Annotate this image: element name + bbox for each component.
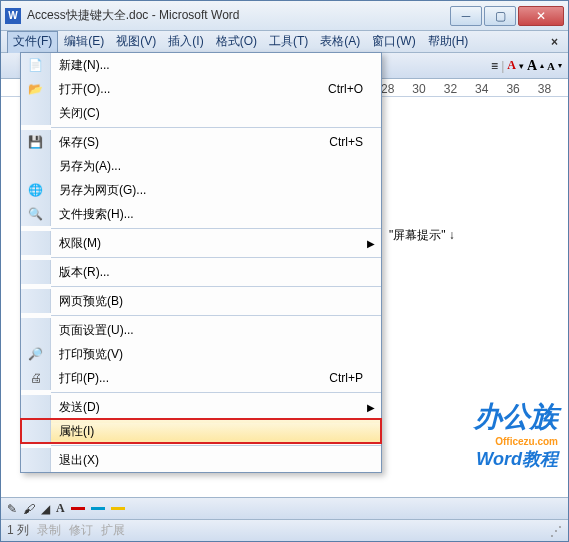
menu-icon-placeholder <box>21 419 51 443</box>
menu-item-label: 网页预览(B) <box>51 293 381 310</box>
grow-font-button[interactable]: A <box>527 58 537 74</box>
save-icon <box>21 130 51 154</box>
menu-icon-placeholder <box>21 448 51 472</box>
shrink-font-button[interactable]: A <box>547 60 555 72</box>
watermark-line3: Word教程 <box>474 447 558 471</box>
menu-item-label: 关闭(C) <box>51 105 381 122</box>
menu-separator <box>51 257 381 258</box>
watermark-line2: Officezu.com <box>474 436 558 447</box>
menu-file[interactable]: 文件(F) <box>7 31 58 53</box>
drawing-toolbar: ✎ 🖌 ◢ A <box>1 497 568 519</box>
preview-icon <box>21 342 51 366</box>
ruler-tick: 38 <box>538 82 551 96</box>
menu-insert[interactable]: 插入(I) <box>162 31 209 52</box>
menu-item[interactable]: 页面设置(U)... <box>21 318 381 342</box>
menu-tools[interactable]: 工具(T) <box>263 31 314 52</box>
color-swatch[interactable] <box>111 507 125 510</box>
menu-item-label: 保存(S) <box>51 134 329 151</box>
menu-icon-placeholder <box>21 154 51 178</box>
menu-item[interactable]: 关闭(C) <box>21 101 381 125</box>
close-button[interactable]: ✕ <box>518 6 564 26</box>
menu-item[interactable]: 退出(X) <box>21 448 381 472</box>
menu-item[interactable]: 权限(M)▶ <box>21 231 381 255</box>
status-revision: 修订 <box>69 522 93 539</box>
menu-item-label: 权限(M) <box>51 235 381 252</box>
window-controls: ─ ▢ ✕ <box>450 6 564 26</box>
color-swatch[interactable] <box>91 507 105 510</box>
pencil-icon[interactable]: ✎ <box>7 502 17 516</box>
menu-item[interactable]: 网页预览(B) <box>21 289 381 313</box>
title-bar: W Access快捷键大全.doc - Microsoft Word ─ ▢ ✕ <box>1 1 568 31</box>
app-window: W Access快捷键大全.doc - Microsoft Word ─ ▢ ✕… <box>0 0 569 542</box>
menu-item[interactable]: 另存为网页(G)... <box>21 178 381 202</box>
paragraph-icon[interactable]: ≡ <box>491 59 498 73</box>
document-text: "屏幕提示" ↓ <box>389 228 455 242</box>
menu-item-label: 页面设置(U)... <box>51 322 381 339</box>
menu-item[interactable]: 另存为(A)... <box>21 154 381 178</box>
subscript-icon: ▾ <box>558 61 562 70</box>
ruler-tick: 36 <box>506 82 519 96</box>
watermark-line1: 办公族 <box>474 398 558 436</box>
status-bar: 1 列 录制 修订 扩展 ⋰ <box>1 519 568 541</box>
menu-icon-placeholder <box>21 260 51 284</box>
menu-item-label: 发送(D) <box>51 399 381 416</box>
menu-item[interactable]: 打印预览(V) <box>21 342 381 366</box>
menu-item-shortcut: Ctrl+S <box>329 135 381 149</box>
menu-item[interactable]: 新建(N)... <box>21 53 381 77</box>
menu-item-shortcut: Ctrl+O <box>328 82 381 96</box>
menu-item-label: 打印(P)... <box>51 370 329 387</box>
menu-item-label: 打印预览(V) <box>51 346 381 363</box>
open-icon <box>21 77 51 101</box>
ruler-tick: 30 <box>412 82 425 96</box>
menu-separator <box>51 392 381 393</box>
menu-item[interactable]: 文件搜索(H)... <box>21 202 381 226</box>
menu-item-label: 退出(X) <box>51 452 381 469</box>
menu-item-label: 文件搜索(H)... <box>51 206 381 223</box>
menu-item-label: 新建(N)... <box>51 57 381 74</box>
menu-separator <box>51 445 381 446</box>
doc-close-button[interactable]: × <box>547 35 562 49</box>
menu-view[interactable]: 视图(V) <box>110 31 162 52</box>
menu-icon-placeholder <box>21 395 51 419</box>
font-color-button[interactable]: A <box>507 58 516 73</box>
separator-icon: | <box>501 59 504 73</box>
menu-item[interactable]: 属性(I) <box>21 419 381 443</box>
color-swatch[interactable] <box>71 507 85 510</box>
savew-icon <box>21 178 51 202</box>
new-icon <box>21 53 51 77</box>
menu-format[interactable]: 格式(O) <box>210 31 263 52</box>
superscript-icon: ▴ <box>540 61 544 70</box>
minimize-button[interactable]: ─ <box>450 6 482 26</box>
menu-item-label: 另存为网页(G)... <box>51 182 381 199</box>
menu-item-label: 属性(I) <box>51 423 381 440</box>
menu-item[interactable]: 打开(O)...Ctrl+O <box>21 77 381 101</box>
resize-grip-icon[interactable]: ⋰ <box>550 524 562 538</box>
menu-item[interactable]: 发送(D)▶ <box>21 395 381 419</box>
menu-icon-placeholder <box>21 231 51 255</box>
menu-item-shortcut: Ctrl+P <box>329 371 381 385</box>
menu-window[interactable]: 窗口(W) <box>366 31 421 52</box>
print-icon <box>21 366 51 390</box>
search-icon <box>21 202 51 226</box>
menu-help[interactable]: 帮助(H) <box>422 31 475 52</box>
menu-icon-placeholder <box>21 101 51 125</box>
menu-icon-placeholder <box>21 289 51 313</box>
dropdown-icon[interactable]: ▾ <box>519 61 524 71</box>
menu-item[interactable]: 版本(R)... <box>21 260 381 284</box>
submenu-arrow-icon: ▶ <box>367 402 375 413</box>
status-record: 录制 <box>37 522 61 539</box>
bucket-icon[interactable]: ◢ <box>41 502 50 516</box>
menu-edit[interactable]: 编辑(E) <box>58 31 110 52</box>
brush-icon[interactable]: 🖌 <box>23 502 35 516</box>
ruler-tick: 32 <box>444 82 457 96</box>
menu-item[interactable]: 打印(P)...Ctrl+P <box>21 366 381 390</box>
menu-bar: 文件(F) 编辑(E) 视图(V) 插入(I) 格式(O) 工具(T) 表格(A… <box>1 31 568 53</box>
ruler-tick: 34 <box>475 82 488 96</box>
menu-item[interactable]: 保存(S)Ctrl+S <box>21 130 381 154</box>
menu-table[interactable]: 表格(A) <box>314 31 366 52</box>
menu-separator <box>51 315 381 316</box>
menu-separator <box>51 286 381 287</box>
text-color-icon[interactable]: A <box>56 501 65 516</box>
maximize-button[interactable]: ▢ <box>484 6 516 26</box>
file-dropdown-menu: 新建(N)...打开(O)...Ctrl+O关闭(C)保存(S)Ctrl+S另存… <box>20 52 382 473</box>
